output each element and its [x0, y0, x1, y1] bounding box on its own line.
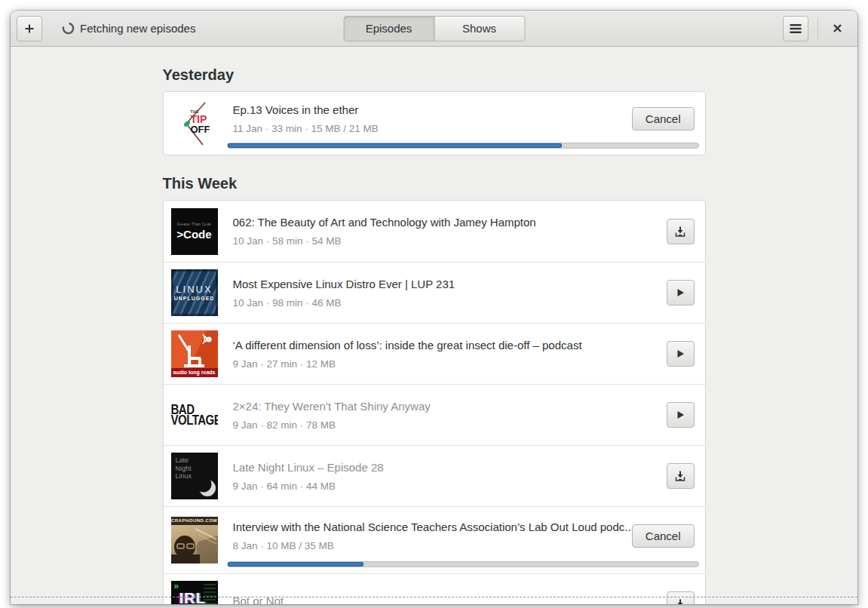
- episode-row: THE TIP OFF Ep.13 Voices in the ether 11…: [164, 92, 705, 155]
- show-cover-the-tip-off: THE TIP OFF: [171, 100, 218, 147]
- logo-text: CRAPHOUND.COM: [171, 518, 218, 523]
- show-cover-bad-voltage: BAD VOLTAGE: [171, 392, 218, 438]
- logo-text: Late: [176, 456, 192, 465]
- play-icon: [674, 409, 686, 421]
- episode-row: » IRL Bot or Not: [164, 573, 705, 604]
- add-podcast-button[interactable]: [17, 16, 42, 41]
- headerbar: Fetching new episodes Episodes Shows: [11, 11, 857, 47]
- scroll-undershoot-indicator: [11, 597, 857, 597]
- section-heading-yesterday: Yesterday: [163, 66, 706, 84]
- cancel-download-button[interactable]: Cancel: [632, 524, 695, 548]
- headerbar-separator: [817, 17, 818, 39]
- headerbar-right: [783, 16, 851, 41]
- download-icon: [674, 470, 686, 482]
- menu-button[interactable]: [783, 16, 808, 41]
- download-progress-fill: [228, 562, 364, 567]
- app-window: Fetching new episodes Episodes Shows: [11, 11, 857, 604]
- episode-meta: 9 Jan · 82 min · 78 MB: [233, 419, 667, 431]
- logo-text: Greater Than Code: [177, 223, 212, 226]
- tab-shows[interactable]: Shows: [434, 16, 525, 41]
- show-cover-late-night-linux: Late Night Linux: [171, 453, 218, 499]
- yesterday-card: THE TIP OFF Ep.13 Voices in the ether 11…: [163, 91, 706, 155]
- view-switcher: Episodes Shows: [343, 16, 525, 41]
- logo-text: LINUX: [176, 284, 212, 295]
- tab-episodes[interactable]: Episodes: [343, 16, 434, 41]
- episode-title: Most Expensive Linux Distro Ever | LUP 2…: [233, 278, 667, 290]
- download-button[interactable]: [667, 463, 695, 489]
- show-cover-craphound: CRAPHOUND.COM: [171, 517, 218, 563]
- play-icon: [674, 348, 686, 360]
- logo-text: UNPLUGGED: [174, 296, 215, 301]
- show-cover-irl: » IRL: [171, 581, 218, 604]
- status-text: Fetching new episodes: [80, 22, 195, 35]
- episode-title: Late Night Linux – Episode 28: [233, 461, 667, 474]
- logo-text: Night: [176, 465, 192, 473]
- hamburger-menu-icon: [790, 23, 802, 34]
- play-button[interactable]: [667, 341, 695, 367]
- episode-title: 2×24: They Weren’t That Shiny Anyway: [233, 400, 667, 413]
- episode-row: Late Night Linux Late Night Linux – Epis…: [164, 445, 705, 506]
- episode-row: audio long reads ‘A different dimension …: [164, 323, 705, 384]
- logo-text: »: [174, 581, 179, 591]
- episode-meta: 11 Jan · 33 min · 15 MB / 21 MB: [233, 123, 632, 134]
- logo-text: VOLTAGE: [171, 414, 218, 427]
- logo-text: >Code: [176, 228, 211, 241]
- download-progressbar: [227, 143, 699, 149]
- logo-text: TIP: [191, 114, 210, 125]
- logo-text: audio long reads: [171, 368, 218, 377]
- show-cover-linux-unplugged: LINUX UNPLUGGED: [171, 269, 218, 316]
- episode-row: CRAPHOUND.COM Interview with the Nationa…: [164, 506, 705, 573]
- section-heading-this-week: This Week: [163, 175, 706, 192]
- episode-title: ‘A different dimension of loss’: inside …: [233, 339, 667, 352]
- close-button[interactable]: [826, 17, 848, 40]
- episode-meta: 10 Jan · 98 min · 46 MB: [233, 297, 667, 309]
- episode-meta: 9 Jan · 27 min · 12 MB: [233, 358, 667, 370]
- play-icon: [674, 287, 686, 299]
- plus-icon: [23, 23, 35, 35]
- episode-meta: 8 Jan · 10 MB / 35 MB: [233, 540, 632, 551]
- close-icon: [832, 23, 843, 34]
- episode-title: Interview with the National Science Teac…: [233, 520, 632, 533]
- episode-row: LINUX UNPLUGGED Most Expensive Linux Dis…: [164, 262, 705, 323]
- episode-title: Ep.13 Voices in the ether: [233, 103, 632, 116]
- episodes-view: Yesterday THE TIP OFF: [11, 47, 857, 604]
- episode-title: 062: The Beauty of Art and Technology wi…: [233, 216, 667, 229]
- play-button[interactable]: [667, 402, 695, 428]
- show-cover-greater-than-code: Greater Than Code >Code: [171, 208, 218, 255]
- episode-title: Bot or Not: [233, 594, 667, 604]
- download-progressbar: [227, 561, 699, 567]
- download-icon: [674, 598, 686, 604]
- download-progress-fill: [228, 143, 562, 148]
- episode-meta: 9 Jan · 64 min · 44 MB: [233, 481, 667, 492]
- this-week-card: Greater Than Code >Code 062: The Beauty …: [163, 200, 706, 604]
- download-button[interactable]: [667, 219, 695, 244]
- logo-text: OFF: [191, 124, 210, 135]
- play-button[interactable]: [667, 280, 695, 306]
- download-icon: [674, 226, 686, 238]
- download-button[interactable]: [667, 591, 695, 604]
- spinner-icon: [62, 22, 75, 35]
- refresh-status: Fetching new episodes: [62, 22, 195, 35]
- episode-row: Greater Than Code >Code 062: The Beauty …: [164, 201, 705, 262]
- cancel-download-button[interactable]: Cancel: [632, 107, 695, 131]
- logo-deco: [204, 584, 216, 604]
- show-cover-audio-long-reads: audio long reads: [171, 330, 218, 377]
- crescent-moon-icon: [196, 477, 217, 499]
- episode-row: BAD VOLTAGE 2×24: They Weren’t That Shin…: [164, 384, 705, 445]
- episode-meta: 10 Jan · 58 min · 54 MB: [233, 235, 667, 247]
- logo-text: Linux: [176, 472, 192, 481]
